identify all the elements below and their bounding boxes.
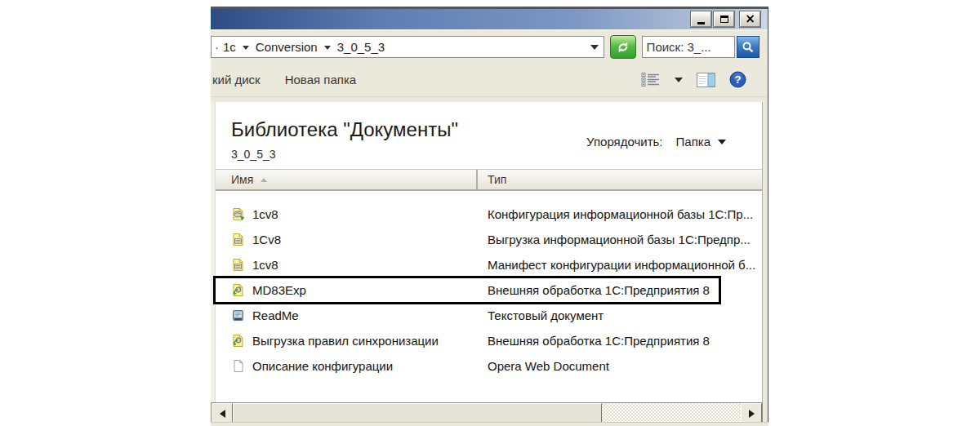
file-name-cell: 1cv8 [216,207,478,221]
breadcrumb-dropdown-icon[interactable] [243,46,249,50]
search-icon [742,41,755,54]
file-name: Описание конфигурации [252,359,393,373]
status-bar [211,422,768,426]
list-view-icon[interactable] [641,72,661,87]
file-rows: 1cv8Конфигурация информационной базы 1С:… [216,202,762,379]
search-button[interactable] [737,36,760,58]
help-icon[interactable]: ? [729,71,746,88]
search-text: Поиск: 3_... [647,40,711,54]
1c-external-processing-file-icon [231,334,245,348]
plain-document-file-icon [231,359,245,373]
scrollbar-track[interactable] [602,403,741,424]
scroll-right-button[interactable] [741,403,762,424]
file-name: ReadMe [252,308,299,322]
file-type: Конфигурация информационной базы 1С:Пр..… [478,207,753,221]
svg-text:?: ? [735,73,742,86]
file-row[interactable]: Выгрузка правил синхронизацииВнешняя обр… [216,328,762,353]
file-type: Opera Web Document [478,359,609,373]
explorer-window: × · 1cConversion3_0_5_3 Поиск: 3_... [211,7,768,426]
file-name: 1cv8 [252,207,278,221]
file-name-cell: MD83Exp [216,283,478,297]
file-name: Выгрузка правил синхронизации [252,334,439,348]
file-name-cell: 1Cv8 [216,233,478,246]
file-name-cell: 1cv8 [216,258,478,272]
file-type: Внешняя обработка 1С:Предприятия 8 [478,334,710,348]
minimize-button[interactable] [691,11,711,27]
library-subtitle: 3_0_5_3 [231,148,276,161]
file-name: 1cv8 [252,258,278,272]
file-row[interactable]: 1cv8Конфигурация информационной базы 1С:… [216,202,762,227]
horizontal-scrollbar[interactable] [211,402,763,424]
breadcrumb-segment[interactable]: Conversion [252,40,322,54]
close-icon: × [745,13,755,25]
file-name-cell: ReadMe [216,308,478,322]
1c-dump-file-icon [231,233,245,246]
breadcrumb-segment[interactable]: 3_0_5_3 [333,40,389,54]
text-document-file-icon [231,308,245,322]
search-input[interactable]: Поиск: 3_... [642,36,736,58]
library-title: Библиотека "Документы" [231,118,458,141]
view-options-dropdown-icon[interactable] [675,78,683,82]
file-type: Текстовый документ [478,308,604,322]
file-name-cell: Выгрузка правил синхронизации [216,334,478,348]
1c-external-processing-file-icon [231,283,245,297]
file-list-pane: Библиотека "Документы" 3_0_5_3 Упорядочи… [211,102,763,402]
arrange-by-control[interactable]: Упорядочить: Папка [586,135,726,149]
scroll-left-icon [220,410,225,418]
file-row[interactable]: 1Cv8Выгрузка информационной базы 1С:Пред… [216,227,762,252]
minimize-icon [697,22,705,24]
file-row[interactable]: Описание конфигурацииOpera Web Document [216,353,762,379]
arrange-value: Папка [676,135,710,149]
breadcrumb-dropdown-icon[interactable] [324,46,331,50]
breadcrumb-segment[interactable]: 1c [219,40,240,54]
address-bar: · 1cConversion3_0_5_3 Поиск: 3_... [211,31,768,63]
preview-pane-icon[interactable] [697,73,715,87]
close-button[interactable]: × [740,11,760,27]
file-type: Выгрузка информационной базы 1С:Предпр..… [478,233,751,246]
column-header-type[interactable]: Тип [478,170,762,189]
file-type: Манифест конфигурации информационной б..… [478,258,755,272]
sort-ascending-icon [261,178,267,182]
file-name-cell: Описание конфигурации [216,359,478,373]
refresh-button[interactable] [610,35,636,59]
scroll-right-icon [749,410,755,418]
arrange-dropdown-icon [718,140,726,144]
toolbar-new-folder-button[interactable]: Новая папка [285,73,356,87]
breadcrumb[interactable]: · 1cConversion3_0_5_3 [211,36,604,58]
command-toolbar: кий диск Новая папка ? [211,63,768,97]
refresh-icon [616,41,630,54]
address-history-dropdown-icon[interactable] [590,45,599,50]
file-row[interactable]: ReadMeТекстовый документ [216,303,762,328]
arrange-label: Упорядочить: [586,135,662,149]
file-name: MD83Exp [252,283,306,297]
toolbar-burn-disc-button[interactable]: кий диск [212,73,261,87]
column-header-name[interactable]: Имя [216,170,478,189]
scroll-left-button[interactable] [212,403,233,424]
title-bar: × [211,9,768,31]
maximize-icon [720,16,728,23]
file-row[interactable]: 1cv8Манифест конфигурации информационной… [216,252,762,277]
file-row[interactable]: MD83ExpВнешняя обработка 1С:Предприятия … [216,277,762,303]
column-headers: Имя Тип [216,169,762,191]
1c-config-file-icon [231,207,245,221]
file-name: 1Cv8 [252,233,281,246]
scrollbar-thumb[interactable] [233,403,602,424]
file-type: Внешняя обработка 1С:Предприятия 8 [478,283,710,297]
maximize-button[interactable] [714,11,734,27]
1c-dump-file-icon [231,258,245,272]
